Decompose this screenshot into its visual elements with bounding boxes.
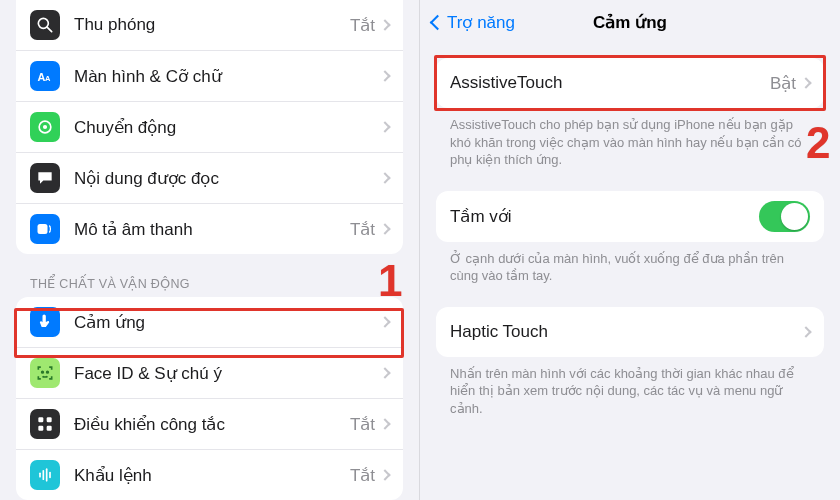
back-label: Trợ năng: [447, 12, 515, 33]
row-value: Bật: [770, 73, 796, 94]
chevron-right-icon: [379, 316, 390, 327]
chevron-right-icon: [379, 70, 390, 81]
vision-group: Thu phóng Tắt AA Màn hình & Cỡ chữ Chuyể…: [16, 0, 403, 254]
svg-text:A: A: [45, 74, 51, 83]
touch-settings-pane: Trợ năng Cảm ứng AssistiveTouch Bật Assi…: [420, 0, 840, 500]
assistivetouch-group: AssistiveTouch Bật: [436, 58, 824, 108]
svg-point-7: [42, 371, 44, 373]
row-label: AssistiveTouch: [450, 73, 770, 93]
chevron-right-icon: [379, 19, 390, 30]
row-faceid-attention[interactable]: Face ID & Sự chú ý: [16, 347, 403, 398]
zoom-icon: [30, 10, 60, 40]
svg-point-5: [43, 125, 47, 129]
haptic-group: Haptic Touch: [436, 307, 824, 357]
back-button[interactable]: Trợ năng: [428, 0, 515, 44]
row-label: Chuyển động: [74, 117, 381, 138]
faceid-icon: [30, 358, 60, 388]
section-header-physical: THỂ CHẤT VÀ VẬN ĐỘNG: [0, 254, 419, 297]
row-label: Điều khiển công tắc: [74, 414, 350, 435]
svg-rect-6: [38, 224, 48, 234]
chevron-right-icon: [379, 121, 390, 132]
svg-rect-12: [47, 426, 52, 431]
chevron-right-icon: [379, 223, 390, 234]
chevron-right-icon: [379, 469, 390, 480]
page-title: Cảm ứng: [593, 12, 667, 33]
row-display-textsize[interactable]: AA Màn hình & Cỡ chữ: [16, 50, 403, 101]
row-spoken-content[interactable]: Nội dung được đọc: [16, 152, 403, 203]
reachability-note: Ở cạnh dưới của màn hình, vuốt xuống để …: [420, 242, 840, 289]
row-value: Tắt: [350, 414, 375, 435]
row-audio-descriptions[interactable]: Mô tả âm thanh Tắt: [16, 203, 403, 254]
svg-rect-15: [46, 468, 48, 481]
chevron-right-icon: [379, 418, 390, 429]
row-reachability[interactable]: Tầm với: [436, 191, 824, 242]
row-voice-control[interactable]: Khẩu lệnh Tắt: [16, 449, 403, 500]
chevron-right-icon: [379, 367, 390, 378]
svg-point-8: [47, 371, 49, 373]
accessibility-settings-pane: Thu phóng Tắt AA Màn hình & Cỡ chữ Chuyể…: [0, 0, 420, 500]
row-switch-control[interactable]: Điều khiển công tắc Tắt: [16, 398, 403, 449]
voice-control-icon: [30, 460, 60, 490]
touch-icon: [30, 307, 60, 337]
svg-rect-13: [39, 473, 41, 478]
svg-rect-9: [38, 417, 43, 422]
chevron-right-icon: [800, 77, 811, 88]
switch-control-icon: [30, 409, 60, 439]
textsize-icon: AA: [30, 61, 60, 91]
row-label: Nội dung được đọc: [74, 168, 381, 189]
row-value: Tắt: [350, 465, 375, 486]
row-label: Haptic Touch: [450, 322, 802, 342]
row-label: Thu phóng: [74, 15, 350, 35]
row-label: Cảm ứng: [74, 312, 381, 333]
row-label: Khẩu lệnh: [74, 465, 350, 486]
svg-rect-10: [47, 417, 52, 422]
row-value: Tắt: [350, 219, 375, 240]
row-zoom[interactable]: Thu phóng Tắt: [16, 0, 403, 50]
chevron-right-icon: [800, 326, 811, 337]
physical-group: Cảm ứng Face ID & Sự chú ý Điều khiển cô…: [16, 297, 403, 500]
audio-desc-icon: [30, 214, 60, 244]
row-haptic-touch[interactable]: Haptic Touch: [436, 307, 824, 357]
row-label: Mô tả âm thanh: [74, 219, 350, 240]
reachability-group: Tầm với: [436, 191, 824, 242]
chevron-right-icon: [379, 172, 390, 183]
row-label: Màn hình & Cỡ chữ: [74, 66, 381, 87]
row-assistivetouch[interactable]: AssistiveTouch Bật: [436, 58, 824, 108]
row-label: Tầm với: [450, 206, 759, 227]
svg-rect-16: [49, 472, 51, 479]
svg-line-1: [47, 27, 52, 32]
speech-bubble-icon: [30, 163, 60, 193]
haptic-note: Nhấn trên màn hình với các khoảng thời g…: [420, 357, 840, 422]
row-value: Tắt: [350, 15, 375, 36]
svg-rect-14: [43, 470, 45, 480]
svg-rect-11: [38, 426, 43, 431]
assistivetouch-note: AssistiveTouch cho phép bạn sử dụng iPho…: [420, 108, 840, 173]
chevron-left-icon: [430, 14, 446, 30]
row-label: Face ID & Sự chú ý: [74, 363, 381, 384]
row-touch[interactable]: Cảm ứng: [16, 297, 403, 347]
nav-header: Trợ năng Cảm ứng: [420, 0, 840, 44]
motion-icon: [30, 112, 60, 142]
row-motion[interactable]: Chuyển động: [16, 101, 403, 152]
reachability-toggle[interactable]: [759, 201, 810, 232]
